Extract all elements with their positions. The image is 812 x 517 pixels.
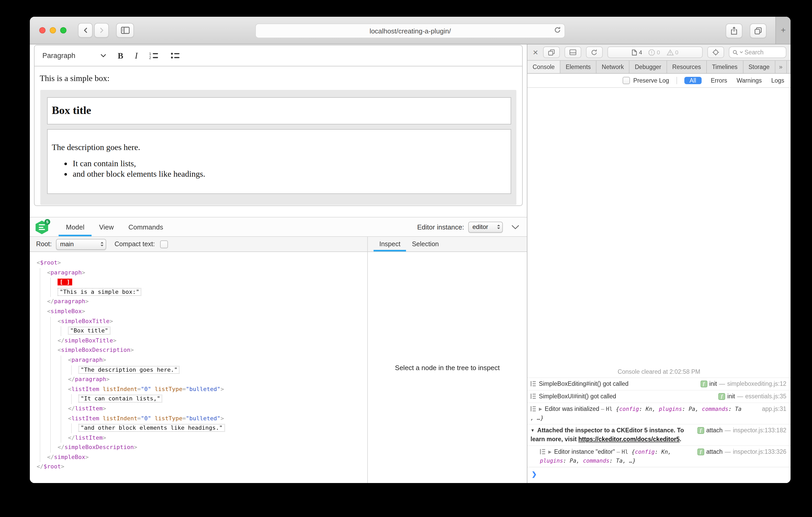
- model-tree-line[interactable]: <simpleBoxDescription>: [30, 346, 367, 356]
- tab-overview-button[interactable]: [750, 24, 766, 38]
- screenshot-stage: localhost/creating-a-plugin/ +: [0, 0, 812, 517]
- console-message[interactable]: app.js:31▶Editor was initialized – Hl {c…: [527, 402, 790, 424]
- dock-to-bottom-button[interactable]: [564, 47, 581, 58]
- tab-view[interactable]: View: [92, 217, 121, 236]
- model-tree-line[interactable]: </paragraph>: [30, 375, 367, 385]
- close-inspector-button[interactable]: ✕: [532, 48, 539, 56]
- model-tree-line[interactable]: "and other block elements like headings.…: [30, 423, 367, 433]
- root-select[interactable]: main: [56, 239, 106, 250]
- scope-warnings[interactable]: Warnings: [737, 78, 762, 84]
- reload-page-button[interactable]: [586, 47, 603, 58]
- model-tree-line[interactable]: <listItem listIndent="0" listType="bulle…: [30, 385, 367, 394]
- console-message[interactable]: fattach—inspector.js:133:326▶Editor inst…: [527, 446, 790, 467]
- indent-guide: [50, 433, 58, 443]
- list-item[interactable]: It can contain lists,: [73, 159, 511, 168]
- bulleted-list-button[interactable]: [171, 52, 181, 60]
- simple-box-description-area[interactable]: The description goes here. It can contai…: [47, 129, 511, 194]
- italic-button[interactable]: I: [135, 51, 138, 61]
- forward-button[interactable]: [94, 23, 109, 38]
- console-message[interactable]: fattach—inspector.js:133:182▼Attached th…: [527, 424, 790, 446]
- share-button[interactable]: [726, 24, 743, 38]
- italic-icon: I: [135, 51, 138, 61]
- bold-button[interactable]: B: [118, 51, 123, 60]
- element-picker-button[interactable]: [707, 47, 724, 58]
- scope-errors[interactable]: Errors: [711, 78, 727, 84]
- model-tree-line[interactable]: <simpleBox>: [30, 307, 367, 316]
- model-tree-line[interactable]: <$root>: [30, 258, 367, 268]
- close-window-button[interactable]: [39, 27, 46, 33]
- tab-elements[interactable]: Elements: [560, 61, 597, 73]
- issues-summary-button[interactable]: 4 0 0: [607, 47, 703, 58]
- numbered-list-button[interactable]: 12: [149, 52, 159, 60]
- disclosure-triangle-icon[interactable]: ▶: [539, 407, 542, 412]
- model-tree-line[interactable]: <paragraph>: [30, 356, 367, 365]
- model-tree-line[interactable]: </simpleBox>: [30, 453, 367, 462]
- console-prompt[interactable]: ❯: [527, 467, 790, 483]
- model-tree-line[interactable]: "It can contain lists,": [30, 394, 367, 404]
- scope-all[interactable]: All: [684, 77, 702, 84]
- model-tree-line[interactable]: "This is a simple box:": [30, 287, 367, 297]
- address-bar[interactable]: localhost/creating-a-plugin/: [255, 24, 565, 38]
- zoom-window-button[interactable]: [60, 27, 66, 33]
- source-location-link[interactable]: essentials.js:35: [745, 392, 786, 400]
- undock-button[interactable]: [543, 47, 560, 58]
- sidebar-toggle-button[interactable]: [116, 23, 134, 38]
- model-tree-line[interactable]: </$root>: [30, 462, 367, 472]
- preserve-log-checkbox[interactable]: [623, 77, 630, 84]
- list-item[interactable]: and other block elements like headings.: [73, 170, 511, 179]
- source-location-link[interactable]: app.js:31: [762, 405, 786, 413]
- scope-logs[interactable]: Logs: [771, 78, 784, 84]
- box-description-text[interactable]: The description goes here.: [52, 143, 511, 152]
- model-tree-line[interactable]: <listItem listIndent="0" listType="bulle…: [30, 414, 367, 423]
- docs-link[interactable]: https://ckeditor.com/docs/ckeditor5: [578, 436, 679, 442]
- source-location-link[interactable]: inspector.js:133:326: [733, 448, 786, 456]
- minimize-window-button[interactable]: [50, 27, 56, 33]
- indent-guide: [61, 375, 68, 385]
- collapse-inspector-icon[interactable]: [511, 224, 520, 229]
- model-tree-line[interactable]: "Box title": [30, 326, 367, 336]
- model-tree-line[interactable]: </listItem>: [30, 404, 367, 414]
- indent-guide: [61, 433, 68, 443]
- compact-text-checkbox[interactable]: [160, 240, 168, 248]
- model-tree-line[interactable]: </simpleBoxTitle>: [30, 336, 367, 346]
- disclosure-triangle-icon[interactable]: ▼: [530, 428, 535, 433]
- tab-resources[interactable]: Resources: [667, 61, 707, 73]
- tab-selection[interactable]: Selection: [406, 237, 445, 251]
- tab-storage[interactable]: Storage: [743, 61, 775, 73]
- source-location-link[interactable]: simpleboxediting.js:12: [727, 379, 786, 388]
- tab-timelines[interactable]: Timelines: [707, 61, 744, 73]
- tab-network[interactable]: Network: [597, 61, 630, 73]
- inspector-search-input[interactable]: Search: [729, 47, 786, 58]
- model-tree-line[interactable]: </simpleBoxDescription>: [30, 443, 367, 453]
- more-tabs-icon[interactable]: »: [775, 61, 787, 73]
- model-tree-line[interactable]: "The description goes here.": [30, 365, 367, 375]
- box-title-text[interactable]: Box title: [52, 104, 511, 117]
- heading-dropdown[interactable]: Paragraph: [42, 52, 106, 60]
- add-tab-icon[interactable]: +: [787, 61, 790, 73]
- model-tree-line[interactable]: </listItem>: [30, 433, 367, 443]
- editor-instance-select[interactable]: editor: [468, 221, 503, 232]
- simple-box-title-area[interactable]: Box title: [47, 97, 511, 124]
- tab-model[interactable]: Model: [59, 217, 92, 236]
- model-tree-line[interactable]: <simpleBoxTitle>: [30, 316, 367, 326]
- model-tree-line[interactable]: <paragraph>: [30, 268, 367, 278]
- model-tree-line[interactable]: </paragraph>: [30, 297, 367, 307]
- tab-commands[interactable]: Commands: [121, 217, 171, 236]
- editor-content[interactable]: This is a simple box: Box title The desc…: [34, 74, 522, 83]
- back-button[interactable]: [78, 23, 93, 38]
- disclosure-triangle-icon[interactable]: ▶: [548, 450, 551, 454]
- simple-box-widget[interactable]: Box title The description goes here. It …: [40, 90, 516, 205]
- model-tree-line[interactable]: [ ]: [30, 278, 367, 287]
- editor-paragraph[interactable]: This is a simple box:: [40, 74, 522, 83]
- new-tab-button[interactable]: +: [775, 17, 790, 44]
- console-message[interactable]: finit—essentials.js:35SimpleBoxUI#init()…: [527, 390, 790, 402]
- tab-debugger[interactable]: Debugger: [630, 61, 667, 73]
- console-message[interactable]: finit—simpleboxediting.js:12SimpleBoxEdi…: [527, 377, 790, 390]
- source-location-link[interactable]: inspector.js:133:182: [733, 426, 786, 434]
- function-badge-icon: f: [700, 380, 707, 387]
- indent-guide: [40, 326, 47, 336]
- tab-console[interactable]: Console: [527, 61, 560, 73]
- tab-inspect[interactable]: Inspect: [374, 237, 406, 251]
- tabs-overview-icon: [754, 27, 762, 34]
- reload-icon[interactable]: [554, 26, 561, 33]
